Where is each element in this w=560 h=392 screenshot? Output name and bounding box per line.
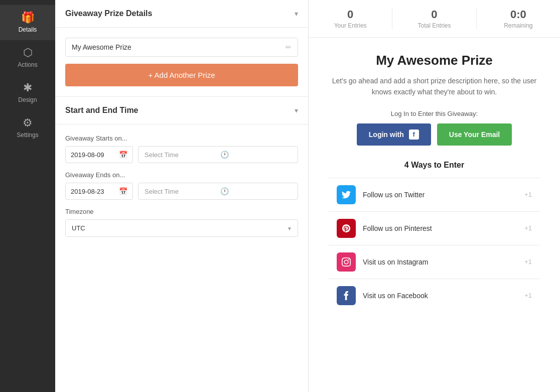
login-facebook-button[interactable]: Login with f xyxy=(357,123,431,146)
twitter-icon xyxy=(337,185,356,204)
add-prize-label: + Add Another Prize xyxy=(148,71,215,79)
login-buttons: Login with f Use Your Email xyxy=(329,123,540,146)
end-date-input[interactable] xyxy=(71,188,116,195)
entry-label-facebook: Visit us on Facebook xyxy=(363,292,517,300)
start-datetime-row: 📅 Select Time 🕐 xyxy=(65,146,298,163)
facebook-f-icon: f xyxy=(409,129,419,140)
sidebar-item-settings[interactable]: ⚙ Settings xyxy=(0,110,55,146)
your-entries-label: Your Entries xyxy=(334,22,367,29)
stat-remaining: 0:0 Remaining xyxy=(477,8,560,29)
prize-section-header[interactable]: Giveaway Prize Details ▾ xyxy=(55,0,308,28)
timezone-select[interactable]: UTC EST PST CST MST xyxy=(65,219,298,237)
start-time-placeholder: Select Time xyxy=(145,151,216,159)
time-section-chevron: ▾ xyxy=(295,106,298,114)
design-icon: ✱ xyxy=(23,82,32,93)
add-prize-button[interactable]: + Add Another Prize xyxy=(65,64,298,86)
end-datetime-row: 📅 Select Time 🕐 xyxy=(65,183,298,200)
time-section-title: Start and End Time xyxy=(65,106,138,115)
settings-icon: ⚙ xyxy=(23,117,33,128)
ways-to-enter-title: 4 Ways to Enter xyxy=(329,161,540,170)
total-entries-label: Total Entries xyxy=(417,22,451,29)
sidebar-label-actions: Actions xyxy=(18,61,37,68)
end-calendar-icon[interactable]: 📅 xyxy=(119,187,127,195)
stat-total-entries: 0 Total Entries xyxy=(392,8,476,29)
login-facebook-label: Login with xyxy=(369,130,404,139)
entry-label-pinterest: Follow us on Pinterest xyxy=(363,224,517,232)
total-entries-value: 0 xyxy=(431,8,437,21)
start-calendar-icon[interactable]: 📅 xyxy=(119,151,127,159)
end-time-placeholder: Select Time xyxy=(145,188,216,195)
your-entries-value: 0 xyxy=(347,8,353,21)
sidebar-label-design: Design xyxy=(18,96,37,103)
prize-name-input[interactable] xyxy=(72,43,286,51)
stats-bar: 0 Your Entries 0 Total Entries 0:0 Remai… xyxy=(309,0,560,38)
remaining-value: 0:0 xyxy=(510,8,526,21)
preview-title: My Awesome Prize xyxy=(329,53,540,68)
actions-icon: ⬡ xyxy=(23,47,33,58)
start-time-wrap[interactable]: Select Time 🕐 xyxy=(138,146,298,163)
sidebar-label-settings: Settings xyxy=(17,132,38,139)
timezone-select-wrap: UTC EST PST CST MST xyxy=(65,219,298,237)
pinterest-icon xyxy=(337,219,356,238)
entry-list: Follow us on Twitter +1 Follow us on Pin… xyxy=(329,178,540,312)
entry-label-twitter: Follow us on Twitter xyxy=(363,191,517,199)
prize-section-body: ✏ + Add Another Prize xyxy=(55,28,308,97)
sidebar-item-actions[interactable]: ⬡ Actions xyxy=(0,40,55,75)
end-label: Giveaway Ends on... xyxy=(65,171,298,179)
time-section-header[interactable]: Start and End Time ▾ xyxy=(55,97,308,124)
entry-points-pinterest: +1 xyxy=(524,224,532,232)
entry-points-instagram: +1 xyxy=(524,258,532,266)
edit-icon[interactable]: ✏ xyxy=(286,43,292,51)
prize-section-title: Giveaway Prize Details xyxy=(65,9,152,18)
entry-points-facebook: +1 xyxy=(524,292,532,299)
prize-section-chevron: ▾ xyxy=(295,10,298,18)
entry-label-instagram: Visit us on Instagram xyxy=(363,258,517,266)
preview-content: My Awesome Prize Let's go ahead and add … xyxy=(309,38,560,327)
sidebar-label-details: Details xyxy=(19,26,37,33)
entry-points-twitter: +1 xyxy=(524,191,532,198)
start-clock-icon: 🕐 xyxy=(220,151,292,159)
entry-item-twitter[interactable]: Follow us on Twitter +1 xyxy=(329,178,540,211)
remaining-label: Remaining xyxy=(504,22,532,29)
sidebar-item-design[interactable]: ✱ Design xyxy=(0,75,55,110)
end-clock-icon: 🕐 xyxy=(220,187,292,195)
right-panel: 0 Your Entries 0 Total Entries 0:0 Remai… xyxy=(309,0,560,392)
preview-description: Let's go ahead and add a short prize des… xyxy=(329,75,540,98)
left-panel: Giveaway Prize Details ▾ ✏ + Add Another… xyxy=(55,0,309,392)
start-label: Giveaway Starts on... xyxy=(65,135,298,142)
time-section-body: Giveaway Starts on... 📅 Select Time 🕐 Gi… xyxy=(55,124,308,247)
entry-item-instagram[interactable]: Visit us on Instagram +1 xyxy=(329,245,540,279)
start-date-wrap: 📅 xyxy=(65,146,133,163)
instagram-icon xyxy=(337,252,356,272)
stat-your-entries: 0 Your Entries xyxy=(309,8,392,29)
prize-input-wrap: ✏ xyxy=(65,38,298,57)
timezone-label: Timezone xyxy=(65,208,298,215)
login-email-button[interactable]: Use Your Email xyxy=(437,123,512,146)
gift-icon: 🎁 xyxy=(21,12,35,23)
entry-item-facebook[interactable]: Visit us on Facebook +1 xyxy=(329,279,540,312)
end-time-wrap[interactable]: Select Time 🕐 xyxy=(138,183,298,200)
sidebar-item-details[interactable]: 🎁 Details xyxy=(0,5,55,40)
entry-item-pinterest[interactable]: Follow us on Pinterest +1 xyxy=(329,211,540,245)
start-date-input[interactable] xyxy=(71,151,116,159)
end-date-wrap: 📅 xyxy=(65,183,133,200)
login-label: Log In to Enter this Giveaway: xyxy=(329,110,540,117)
login-email-label: Use Your Email xyxy=(449,130,500,139)
sidebar: 🎁 Details ⬡ Actions ✱ Design ⚙ Settings xyxy=(0,0,55,392)
main-content: Giveaway Prize Details ▾ ✏ + Add Another… xyxy=(55,0,560,392)
facebook-icon xyxy=(337,286,356,305)
